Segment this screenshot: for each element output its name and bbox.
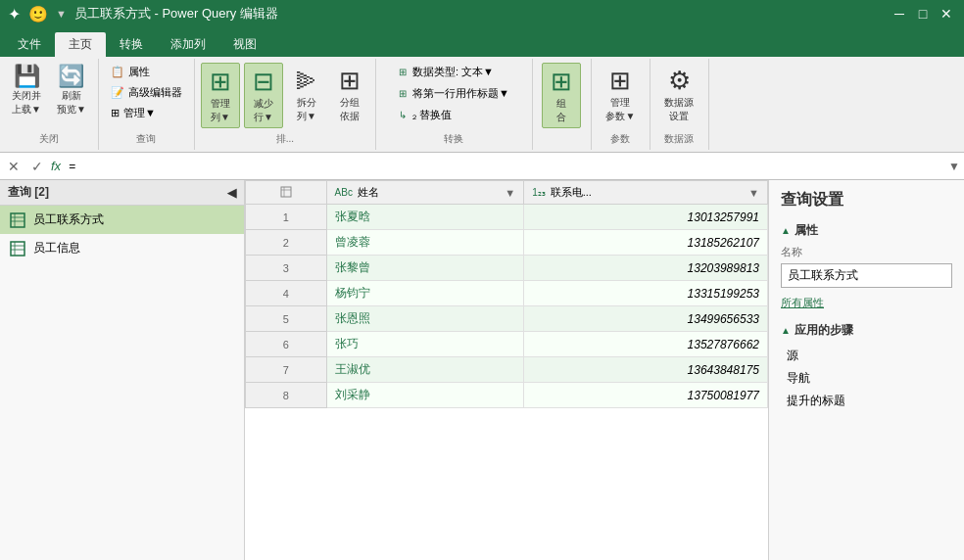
row-phone-7: 13643848175 xyxy=(524,357,768,383)
row-name-8: 刘采静 xyxy=(326,383,524,408)
steps-section-header[interactable]: ▲ 应用的步骤 xyxy=(781,322,952,339)
col-phone-dropdown[interactable]: ▼ xyxy=(748,187,759,199)
restore-btn[interactable]: □ xyxy=(913,4,933,23)
step-navigate[interactable]: 导航 xyxy=(781,367,952,390)
row-phone-6: 13527876662 xyxy=(524,332,768,357)
smiley-icon: 🙂 xyxy=(28,5,48,23)
row-name-2: 曾凌蓉 xyxy=(326,230,524,256)
data-type-btn[interactable]: ⊞ 数据类型: 文本▼ xyxy=(393,63,500,81)
close-btn[interactable]: ✕ xyxy=(937,4,956,23)
name-field-value[interactable]: 员工联系方式 xyxy=(781,263,952,288)
properties-section-label: 属性 xyxy=(795,222,818,239)
close-group-label: 关闭 xyxy=(39,128,59,146)
columns-group-label: 排... xyxy=(276,128,294,146)
reduce-rows-btn[interactable]: ⊟ 减少行▼ xyxy=(244,63,283,128)
manage-query-btn[interactable]: ⊞ 管理▼ xyxy=(105,104,188,122)
step-source[interactable]: 源 xyxy=(781,345,952,367)
params-group-label: 参数 xyxy=(610,128,630,146)
row-num-3: 3 xyxy=(246,256,327,281)
tab-view[interactable]: 视图 xyxy=(219,32,270,57)
close-load-btn[interactable]: 💾 关闭并上载▼ xyxy=(6,63,47,119)
datasource-group-label: 数据源 xyxy=(664,128,694,146)
table-row[interactable]: 1 张夏晗 13013257991 xyxy=(246,205,768,230)
tab-transform[interactable]: 转换 xyxy=(106,32,157,57)
close-load-label: 关闭并上载▼ xyxy=(12,89,41,117)
datasource-settings-btn[interactable]: ⚙ 数据源设置 xyxy=(658,63,699,126)
query-item-contacts[interactable]: 员工联系方式 xyxy=(0,206,244,234)
data-table: ABc 姓名 ▼ 1₂₃ 联系电... xyxy=(245,180,768,408)
table-row[interactable]: 2 曾凌蓉 13185262107 xyxy=(246,230,768,256)
manage-cols-btn[interactable]: ⊞ 管理列▼ xyxy=(201,63,240,128)
advanced-editor-btn[interactable]: 📝 高级编辑器 xyxy=(105,83,188,102)
formula-bar-input[interactable] xyxy=(65,158,944,175)
formula-dropdown-btn[interactable]: ▼ xyxy=(948,160,960,173)
minimize-btn[interactable]: ─ xyxy=(890,4,909,23)
formula-fx-label: fx xyxy=(51,159,61,173)
table-row[interactable]: 4 杨钧宁 13315199253 xyxy=(246,281,768,306)
advanced-editor-label: 高级编辑器 xyxy=(128,85,182,100)
combine-btn[interactable]: ⊞ 组合 xyxy=(542,63,581,128)
query-group: 📋 属性 📝 高级编辑器 ⊞ 管理▼ 查询 xyxy=(99,59,195,150)
step-promote-headers[interactable]: 提升的标题 xyxy=(781,390,952,412)
replace-value-btn[interactable]: ↳ ₂ 替换值 xyxy=(393,106,458,124)
query-item-info[interactable]: 员工信息 xyxy=(0,234,244,262)
transform-group-content: ⊞ 数据类型: 文本▼ ⊞ 将第一行用作标题▼ ↳ ₂ 替换值 xyxy=(393,63,515,128)
col-name-dropdown[interactable]: ▼ xyxy=(505,187,515,199)
query-info-label: 员工信息 xyxy=(33,240,80,257)
first-row-label: 将第一行用作标题▼ xyxy=(412,86,509,101)
right-panel: 查询设置 ▲ 属性 名称 员工联系方式 所有属性 ▲ 应用的步骤 源 导航 提升… xyxy=(768,180,964,560)
row-num-5: 5 xyxy=(246,306,327,332)
query-small-btns: 📋 属性 📝 高级编辑器 ⊞ 管理▼ xyxy=(105,63,188,122)
query-info-icon xyxy=(10,241,25,257)
transform-group-label: 转换 xyxy=(444,128,463,146)
combine-icon: ⊞ xyxy=(551,67,572,97)
reduce-rows-label: 减少行▼ xyxy=(254,97,273,124)
first-row-header-btn[interactable]: ⊞ 将第一行用作标题▼ xyxy=(393,84,515,103)
close-group: 💾 关闭并上载▼ 🔄 刷新预览▼ 关闭 xyxy=(0,59,99,150)
split-col-btn[interactable]: ⫸ 拆分列▼ xyxy=(287,63,326,126)
row-phone-5: 13499656533 xyxy=(524,306,768,332)
col-name-type: ABc xyxy=(335,187,353,198)
svg-rect-0 xyxy=(11,213,24,227)
properties-section-header[interactable]: ▲ 属性 xyxy=(781,222,952,239)
col-header-name[interactable]: ABc 姓名 ▼ xyxy=(326,181,524,205)
group-by-btn[interactable]: ⊞ 分组依据 xyxy=(330,63,369,126)
table-row[interactable]: 6 张巧 13527876662 xyxy=(246,332,768,357)
formula-bar: ✕ ✓ fx ▼ xyxy=(0,153,964,180)
table-body: 1 张夏晗 13013257991 2 曾凌蓉 13185262107 3 张黎… xyxy=(246,205,768,408)
properties-btn[interactable]: 📋 属性 xyxy=(105,63,188,81)
col-name-label: 姓名 xyxy=(358,185,379,200)
combine-group: ⊞ 组合 xyxy=(533,59,592,150)
tab-home[interactable]: 主页 xyxy=(55,32,106,57)
manage-params-btn[interactable]: ⊞ 管理参数▼ xyxy=(600,63,641,126)
table-row[interactable]: 8 刘采静 13750081977 xyxy=(246,383,768,408)
columns-group: ⊞ 管理列▼ ⊟ 减少行▼ ⫸ 拆分列▼ ⊞ 分组依据 排... xyxy=(195,59,376,150)
table-row[interactable]: 5 张恩照 13499656533 xyxy=(246,306,768,332)
col-phone-label: 联系电... xyxy=(551,185,592,200)
properties-icon: 📋 xyxy=(111,66,124,78)
table-row[interactable]: 3 张黎曾 13203989813 xyxy=(246,256,768,281)
row-name-3: 张黎曾 xyxy=(326,256,524,281)
row-phone-1: 13013257991 xyxy=(524,205,768,230)
col-phone-type: 1₂₃ xyxy=(532,187,546,198)
combine-label: 组合 xyxy=(556,97,566,124)
data-table-wrapper[interactable]: ABc 姓名 ▼ 1₂₃ 联系电... xyxy=(245,180,768,560)
all-properties-link[interactable]: 所有属性 xyxy=(781,296,952,310)
split-col-label: 拆分列▼ xyxy=(297,96,316,123)
manage-label: 管理▼ xyxy=(123,106,156,120)
query-panel-title: 查询 [2] xyxy=(8,184,49,201)
row-num-6: 6 xyxy=(246,332,327,357)
steps-arrow: ▲ xyxy=(781,325,791,336)
col-header-phone[interactable]: 1₂₃ 联系电... ▼ xyxy=(524,181,768,205)
refresh-preview-btn[interactable]: 🔄 刷新预览▼ xyxy=(51,63,92,119)
query-group-label: 查询 xyxy=(136,128,156,146)
row-phone-4: 13315199253 xyxy=(524,281,768,306)
query-panel-collapse-btn[interactable]: ◀ xyxy=(227,186,236,200)
tab-add-column[interactable]: 添加列 xyxy=(157,32,219,57)
window-title: 员工联系方式 - Power Query 编辑器 xyxy=(74,5,278,23)
formula-confirm-btn[interactable]: ✓ xyxy=(27,159,47,174)
query-panel-header: 查询 [2] ◀ xyxy=(0,180,244,206)
formula-cancel-btn[interactable]: ✕ xyxy=(4,159,24,174)
table-row[interactable]: 7 王淑优 13643848175 xyxy=(246,357,768,383)
tab-file[interactable]: 文件 xyxy=(4,32,55,57)
